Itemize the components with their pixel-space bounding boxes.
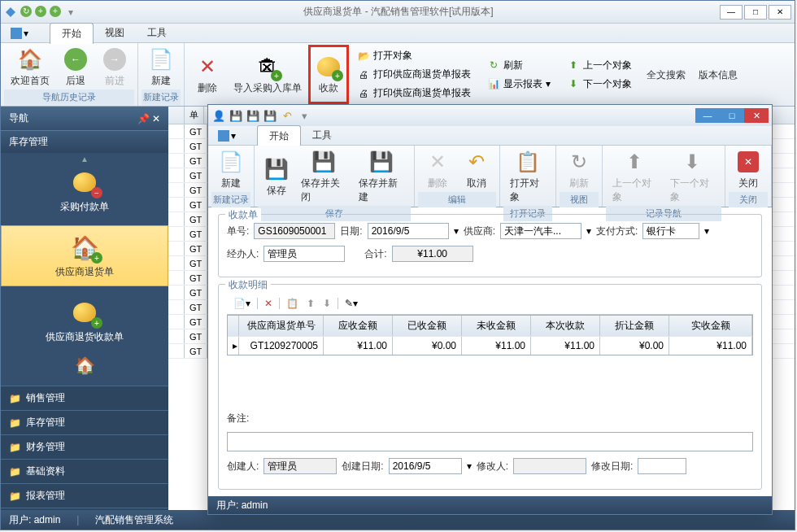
close-button[interactable]: ✕ [769, 5, 791, 20]
show-report-button[interactable]: 📊显示报表 ▾ [484, 76, 554, 93]
home-icon: 🏠 [17, 46, 43, 72]
col-discount[interactable]: 折让金额 [600, 316, 669, 336]
fieldset-label: 收款单 [225, 208, 261, 222]
scroll-up-icon[interactable]: ▲ [1, 155, 168, 164]
nav-panel: 导航 📌 ✕ 库存管理 ▲ − 采购付款单 🏠+ 供应商退货单 + 供应商退货收… [1, 107, 168, 530]
nav-item-supplier-return[interactable]: 🏠+ 供应商退货单 [1, 225, 168, 286]
minimize-button[interactable]: — [720, 5, 743, 20]
child-dropdown-icon[interactable]: ▾ [297, 108, 311, 123]
child-next-button[interactable]: ⬇下一个对象 [664, 147, 721, 206]
child-undo-icon[interactable]: ↶ [280, 108, 294, 123]
supplier-input[interactable] [500, 223, 581, 239]
total-input [392, 246, 473, 262]
dt-up-button[interactable]: ⬆ [303, 296, 318, 311]
create-date-input[interactable] [389, 458, 462, 474]
receipt-fieldset: 收款单 单号: 日期: ▾ 供应商: ▾ 支付方式: ▾ 经办人: 合计: [218, 214, 762, 277]
modify-date-input[interactable] [638, 458, 686, 474]
refresh-button[interactable]: ↻刷新 [484, 57, 554, 74]
child-tab-tools[interactable]: 工具 [301, 125, 343, 146]
print-report1-button[interactable]: 🖨打印供应商退货单报表 [354, 66, 474, 83]
nav-pin-icon[interactable]: 📌 ✕ [137, 113, 160, 124]
collect-button[interactable]: +收款 [308, 45, 349, 104]
prev-object-button[interactable]: ⬆上一个对象 [564, 57, 635, 74]
nav-item-purchase-pay[interactable]: − 采购付款单 [1, 161, 168, 220]
folder-stock[interactable]: 📁库存管理 [1, 410, 168, 434]
add2-quick-icon[interactable]: + [50, 6, 61, 17]
fieldset-label: 收款明细 [225, 278, 271, 292]
nav-section-header[interactable]: 库存管理 [1, 130, 168, 153]
quick-dropdown-icon[interactable]: ▾ [64, 6, 77, 19]
next-object-button[interactable]: ⬇下一个对象 [564, 76, 635, 93]
detail-fieldset: 收款明细 📄▾ ✕ 📋 ⬆ ⬇ ✎▾ 供应商退货单号 应收金额 已收金额 未收 [218, 284, 762, 490]
detail-row[interactable]: ▸ GT1209270005 ¥11.00 ¥0.00 ¥11.00 ¥11.0… [228, 336, 752, 355]
paymethod-input[interactable] [642, 223, 699, 239]
back-quick-icon[interactable]: ↻ [20, 6, 32, 17]
col-receivable[interactable]: 应收金额 [324, 316, 393, 336]
child-tab-start[interactable]: 开始 [257, 125, 301, 146]
date-input[interactable] [368, 223, 449, 239]
child-save-button[interactable]: 💾保存 [258, 147, 294, 206]
child-open-button[interactable]: 📋打开对象 [503, 147, 552, 206]
child-maximize-button[interactable]: □ [720, 108, 744, 123]
print-report2-button[interactable]: 🖨打印供应商退货单报表 [354, 85, 474, 102]
search-button[interactable]: 全文搜索 [640, 45, 692, 104]
col-thistime[interactable]: 本次收款 [531, 316, 600, 336]
tab-start[interactable]: 开始 [50, 23, 94, 44]
child-cancel-button[interactable]: ↶取消 [457, 147, 496, 192]
tab-view[interactable]: 视图 [94, 23, 136, 44]
version-button[interactable]: 版本信息 [692, 45, 744, 104]
dt-edit-button[interactable]: ✎▾ [342, 296, 361, 311]
delete-button[interactable]: ✕删除 [188, 45, 227, 104]
open-object-button[interactable]: 📂打开对象 [354, 47, 474, 64]
dt-down-button[interactable]: ⬇ [320, 296, 334, 311]
handler-input[interactable] [263, 246, 345, 262]
folder-basic[interactable]: 📁基础资料 [1, 459, 168, 483]
child-delete-button[interactable]: ✕删除 [418, 147, 457, 192]
dt-new-button[interactable]: 📄▾ [230, 296, 254, 311]
col-actual[interactable]: 实收金额 [669, 316, 752, 336]
maximize-button[interactable]: □ [744, 5, 767, 20]
child-savenew-icon[interactable]: 💾 [263, 108, 277, 123]
nav-item-more[interactable]: 🏠 [1, 355, 168, 375]
folder-sales[interactable]: 📁销售管理 [1, 386, 168, 410]
nav-item-supplier-return-collect[interactable]: + 供应商退货收款单 [1, 291, 168, 351]
child-minimize-button[interactable]: — [695, 108, 720, 123]
add-quick-icon[interactable]: + [35, 6, 46, 17]
down-icon: ⬇ [567, 77, 580, 90]
file-menu[interactable]: ▾ [6, 26, 33, 41]
grid-col-header[interactable]: 单 [185, 107, 204, 124]
folder-finance[interactable]: 📁财务管理 [1, 434, 168, 459]
remark-input[interactable] [227, 432, 753, 451]
dt-delete-button[interactable]: ✕ [261, 296, 276, 311]
savenew-icon: 💾 [368, 149, 394, 175]
child-saveclose-icon[interactable]: 💾 [246, 108, 260, 123]
forward-button[interactable]: →前进 [95, 45, 134, 89]
col-return-no[interactable]: 供应商退货单号 [239, 316, 324, 336]
child-close-button[interactable]: ✕ [744, 108, 769, 123]
supplier-dropdown-icon[interactable]: ▾ [586, 225, 591, 237]
child-prev-button[interactable]: ⬆上一个对象 [606, 147, 664, 206]
dt-copy-button[interactable]: 📋 [283, 296, 302, 311]
child-save-icon[interactable]: 💾 [229, 108, 243, 123]
new-doc-icon: 📄 [218, 149, 244, 175]
child-refresh-button[interactable]: ↻刷新 [560, 147, 599, 192]
forward-icon: → [102, 46, 128, 72]
folder-report[interactable]: 📁报表管理 [1, 483, 168, 508]
child-file-menu[interactable]: ▾ [213, 129, 241, 143]
col-unreceived[interactable]: 未收金额 [462, 316, 531, 336]
back-button[interactable]: ←后退 [56, 45, 95, 89]
child-new-button[interactable]: 📄新建 [211, 147, 250, 192]
home-button[interactable]: 🏠欢迎首页 [4, 45, 56, 89]
status-user: 用户: admin [9, 513, 60, 527]
new-button[interactable]: 📄新建 [142, 45, 181, 89]
modifier-input [513, 458, 586, 474]
child-close2-button[interactable]: ✕关闭 [729, 147, 768, 192]
child-saveclose-button[interactable]: 💾保存并关闭 [294, 147, 352, 206]
pay-dropdown-icon[interactable]: ▾ [704, 225, 709, 237]
receipt-no-input[interactable] [254, 223, 335, 239]
child-savenew-button[interactable]: 💾保存并新建 [352, 147, 410, 206]
col-received[interactable]: 已收金额 [393, 316, 462, 336]
date-dropdown-icon[interactable]: ▾ [454, 225, 459, 237]
import-button[interactable]: 🏚+导入采购入库单 [227, 45, 308, 104]
tab-tools[interactable]: 工具 [136, 23, 178, 44]
